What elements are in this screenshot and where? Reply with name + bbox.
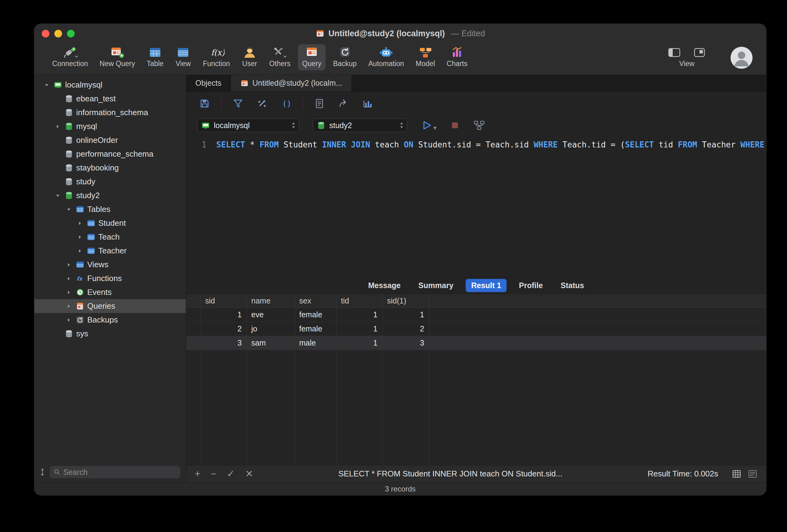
db-green-icon — [64, 191, 76, 200]
sidebar-item-teach[interactable]: Teach — [35, 230, 186, 244]
main-panel: ObjectsUntitled@study2 (localm... () loc… — [186, 75, 766, 482]
table-row[interactable]: 2jofemale12 — [186, 322, 766, 336]
cell: sam — [247, 336, 295, 350]
database-select[interactable]: study2 — [313, 119, 407, 132]
stop-query-button[interactable] — [450, 121, 460, 130]
db-green-icon — [317, 121, 326, 130]
sidebar-item-queries[interactable]: Queries — [35, 299, 186, 313]
explain-button[interactable] — [473, 120, 485, 130]
result-tab-summary[interactable]: Summary — [413, 279, 459, 292]
apply-changes-icon[interactable]: ✓ — [227, 469, 235, 478]
export-icon[interactable] — [336, 96, 351, 111]
filter-icon[interactable] — [231, 96, 246, 111]
sidebar-item-performance-schema[interactable]: performance_schema — [35, 147, 186, 161]
toolbar-button-view[interactable]: View — [171, 44, 195, 70]
chevron-right-icon[interactable] — [66, 289, 76, 296]
toolbar-button-others[interactable]: Others — [265, 44, 295, 70]
toolbar-button-table[interactable]: Table — [142, 44, 168, 70]
toolbar-button-function[interactable]: f(x)Function — [198, 44, 234, 70]
updown-arrows-icon[interactable] — [39, 468, 45, 477]
column-header-name[interactable]: name — [247, 294, 295, 307]
column-header-sid[interactable]: sid — [201, 294, 247, 307]
panel-left-icon[interactable] — [668, 47, 681, 58]
toolbar-button-connection[interactable]: Connection — [48, 44, 92, 70]
toolbar-button-charts[interactable]: Charts — [442, 44, 472, 70]
column-header-tid[interactable]: tid — [337, 294, 383, 307]
sidebar-item-ebean-test[interactable]: ebean_test — [35, 92, 186, 106]
sidebar-item-events[interactable]: Events — [35, 285, 186, 299]
toolbar-button-user[interactable]: User — [237, 44, 262, 70]
sidebar-item-functions[interactable]: fxFunctions — [35, 272, 186, 285]
tab-objects[interactable]: Objects — [186, 75, 231, 91]
grid-view-icon[interactable] — [732, 469, 742, 479]
text-view-icon[interactable] — [748, 469, 758, 479]
user-avatar[interactable] — [730, 47, 752, 69]
result-tab-result-1[interactable]: Result 1 — [466, 279, 507, 292]
chevron-right-icon[interactable] — [66, 303, 76, 309]
save-icon[interactable] — [197, 96, 212, 111]
query-toolbar: () — [186, 91, 766, 115]
sidebar-item-study[interactable]: study — [35, 175, 186, 189]
run-query-button[interactable]: ▾ — [421, 120, 437, 131]
delete-record-icon[interactable]: − — [211, 469, 216, 478]
column-header-sid-1[interactable]: sid(1) — [383, 294, 429, 307]
sidebar-item-teacher[interactable]: Teacher — [35, 244, 186, 258]
tree-label: Student — [98, 218, 126, 228]
run-options-caret-icon[interactable]: ▾ — [433, 125, 437, 131]
toolbar-button-backup[interactable]: Backup — [329, 44, 361, 70]
connection-green-icon — [54, 81, 65, 89]
column-header-sex[interactable]: sex — [295, 294, 337, 307]
close-window-button[interactable] — [42, 30, 49, 38]
sidebar-item-mysql[interactable]: mysql — [35, 120, 186, 133]
add-record-icon[interactable]: + — [195, 469, 200, 478]
chevron-right-icon[interactable] — [77, 248, 87, 254]
sidebar-footer — [35, 465, 186, 482]
minimize-window-button[interactable] — [55, 30, 62, 38]
sidebar-item-student[interactable]: Student — [35, 216, 186, 230]
chevron-right-icon[interactable] — [77, 220, 87, 226]
sidebar-item-staybooking[interactable]: staybooking — [35, 161, 186, 175]
sidebar-item-study2[interactable]: study2 — [35, 189, 186, 203]
chevron-right-icon[interactable] — [66, 317, 76, 323]
chart-icon[interactable] — [360, 96, 375, 111]
chevron-right-icon[interactable] — [66, 276, 76, 282]
zoom-window-button[interactable] — [67, 30, 75, 38]
chevron-right-icon[interactable] — [77, 234, 87, 240]
toolbar-items: ConnectionNew QueryTableViewf(x)Function… — [48, 44, 472, 70]
document-icon[interactable] — [312, 96, 327, 111]
tab-untitled-study2-localm[interactable]: Untitled@study2 (localm... — [231, 75, 352, 91]
toolbar-button-query[interactable]: Query — [298, 44, 326, 70]
connection-select[interactable]: localmysql — [197, 119, 299, 132]
column-divider — [247, 350, 247, 465]
sidebar-item-tables[interactable]: Tables — [35, 203, 186, 216]
table-row[interactable]: 3sammale13 — [186, 336, 766, 350]
toolbar-label: Connection — [52, 60, 88, 68]
sidebar-item-sys[interactable]: sys — [35, 327, 186, 341]
sidebar-item-views[interactable]: Views — [35, 258, 186, 272]
sidebar-item-information-schema[interactable]: information_schema — [35, 106, 186, 120]
sidebar-item-backups[interactable]: Backups — [35, 313, 186, 327]
sidebar-item-localmysql[interactable]: localmysql — [35, 78, 186, 92]
toolbar-button-automation[interactable]: Automation — [364, 44, 408, 70]
search-input[interactable] — [63, 468, 177, 477]
brackets-icon[interactable]: () — [279, 96, 293, 111]
chevron-down-icon[interactable] — [44, 82, 54, 88]
toolbar-button-model[interactable]: Model — [411, 44, 439, 70]
table-row[interactable]: 1evefemale11 — [186, 308, 766, 322]
sql-editor[interactable]: 1 SELECT * FROM Student INNER JOIN teach… — [186, 135, 766, 276]
sidebar-search[interactable] — [50, 466, 180, 478]
result-tab-profile[interactable]: Profile — [513, 279, 548, 292]
view-icon — [175, 46, 191, 59]
result-tab-status[interactable]: Status — [555, 279, 590, 292]
result-tab-message[interactable]: Message — [362, 279, 406, 292]
discard-changes-icon[interactable]: ✕ — [245, 469, 253, 478]
sidebar-item-onlineorder[interactable]: onlineOrder — [35, 133, 186, 147]
chevron-right-icon[interactable] — [55, 124, 64, 130]
chevron-down-icon[interactable] — [55, 193, 64, 199]
panel-right-icon[interactable] — [693, 47, 706, 58]
cell: 1 — [201, 308, 247, 322]
chevron-down-icon[interactable] — [66, 207, 76, 213]
chevron-right-icon[interactable] — [66, 262, 76, 268]
beautify-icon[interactable] — [255, 96, 270, 111]
toolbar-button-new-query[interactable]: New Query — [95, 44, 139, 70]
